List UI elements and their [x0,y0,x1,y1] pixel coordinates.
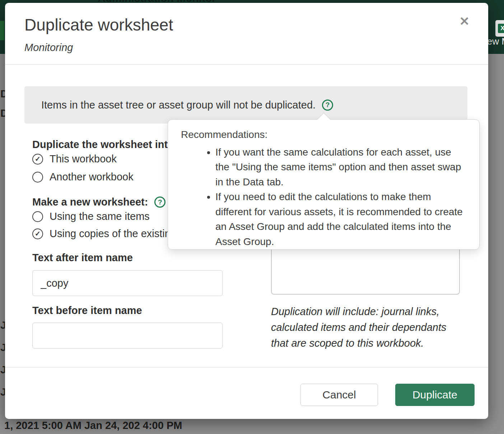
excel-export-icon: X [495,20,504,37]
duplicate-button[interactable]: Duplicate [395,384,475,406]
footer-divider [5,367,488,368]
make-new-worksheet-label-text: Make a new worksheet: [32,196,148,208]
duplication-note: Duplication will include: journal links,… [271,304,447,351]
tooltip-bullet: If you need to edit the calculations to … [215,189,466,249]
radio-selected-icon: ✓ [32,228,43,239]
text-before-label: Text before item name [32,305,142,317]
cancel-button[interactable]: Cancel [300,384,378,406]
make-new-worksheet-label: Make a new worksheet: ? [32,196,165,208]
radio-another-workbook[interactable]: Another workbook [32,171,134,183]
duplicate-worksheet-modal: Duplicate worksheet Monitoring ✕ Items i… [5,3,488,419]
radio-this-workbook-label: This workbook [50,153,117,165]
duplicate-into-label-text: Duplicate the worksheet into: [32,139,177,151]
recommendations-tooltip: Recommendations: If you want the same ca… [168,119,480,250]
text-after-label-text: Text after item name [32,252,133,264]
modal-title: Duplicate worksheet [24,15,173,34]
text-after-input[interactable] [32,270,223,296]
radio-same-items-label: Using the same items [50,211,150,222]
date-range-fragment: 1, 2021 5:00 AM Jan 24, 202 4:00 PM [4,420,213,431]
text-after-label: Text after item name [32,252,133,264]
tooltip-bullet-list: If you want the same calculations for ea… [181,145,466,249]
nav-highlight [0,21,4,40]
check-icon: ✓ [35,156,41,162]
radio-this-workbook[interactable]: ✓ This workbook [32,153,117,165]
radio-unselected-icon [32,211,43,222]
modal-subtitle: Monitoring [24,42,73,54]
worksheet-help-icon[interactable]: ? [154,197,165,208]
info-banner-text: Items in the asset tree or asset group w… [41,99,316,111]
radio-selected-icon: ✓ [32,154,43,165]
duplicate-into-label: Duplicate the worksheet into: [32,139,177,151]
radio-another-workbook-label: Another workbook [50,171,134,183]
text-before-input[interactable] [32,323,223,348]
tooltip-bullet: If you want the same calculations for ea… [215,145,466,189]
text-before-label-text: Text before item name [32,305,142,317]
radio-same-items[interactable]: Using the same items [32,211,150,222]
excel-x-glyph: X [498,24,504,33]
modal-header: Duplicate worksheet Monitoring ✕ [5,3,488,65]
tooltip-heading: Recommendations: [181,129,466,140]
radio-unselected-icon [32,172,43,183]
info-banner: Items in the asset tree or asset group w… [24,86,467,124]
check-icon: ✓ [35,230,41,237]
close-icon[interactable]: ✕ [459,15,470,27]
banner-help-icon[interactable]: ? [322,100,333,111]
